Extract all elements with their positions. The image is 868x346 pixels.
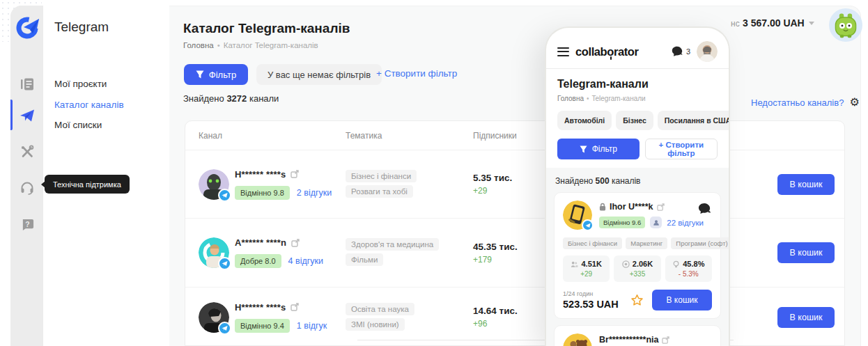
filter-button[interactable]: Фільтр xyxy=(184,64,248,85)
icon-rail: ? xyxy=(10,6,43,346)
add-to-cart-button[interactable]: В кошик xyxy=(652,290,712,310)
chat-icon xyxy=(671,45,683,58)
chat-icon[interactable] xyxy=(697,202,712,219)
divider xyxy=(546,68,729,69)
user-avatar[interactable] xyxy=(697,41,718,62)
subscribers-stat: 4.51K +29 xyxy=(563,255,610,282)
breadcrumb-home[interactable]: Головна xyxy=(557,95,584,102)
theme-tag: Маркетинг xyxy=(626,237,667,249)
breadcrumb-current: Каталог Telegram-каналів xyxy=(224,41,318,49)
external-link-icon[interactable] xyxy=(662,336,669,344)
reviews-link[interactable]: 22 відгуки xyxy=(667,219,704,227)
reviews-link[interactable]: 1 відгук xyxy=(297,321,327,331)
breadcrumb-home[interactable]: Головна xyxy=(183,41,214,49)
active-nav-indicator xyxy=(10,100,13,130)
reviews-link[interactable]: 2 відгуки xyxy=(297,188,332,198)
external-link-icon[interactable] xyxy=(290,303,299,311)
sidebar-item-channel-catalog[interactable]: Каталог каналів xyxy=(54,100,124,110)
table-header: Канал Тематика Підписники xyxy=(185,121,844,150)
found-count: Знайдено 3272 канали xyxy=(183,93,279,104)
er-stat: 45.8% - 5.3% xyxy=(665,255,712,282)
external-link-icon[interactable] xyxy=(291,239,300,247)
svg-text:?: ? xyxy=(25,220,29,228)
phone-filter-button[interactable]: Фільтр xyxy=(557,139,640,159)
col-theme: Тематика xyxy=(346,131,473,141)
channel-name[interactable]: H****** ****s xyxy=(235,302,286,313)
sidebar-item-my-projects[interactable]: Мої проєкти xyxy=(54,79,107,89)
favorite-star-icon[interactable] xyxy=(630,294,644,307)
views-icon xyxy=(622,260,630,268)
breadcrumb-current: Telegram-канали xyxy=(592,95,646,102)
rating-badge: Відмінно 9.4 xyxy=(235,319,290,333)
phone-create-filter-button[interactable]: + Створити фільтр xyxy=(645,139,718,159)
phone-header: collaborator 3 xyxy=(557,28,718,63)
verified-person-icon xyxy=(650,217,662,228)
rating-badge: Відмінно 9.6 xyxy=(599,217,645,228)
theme-tags: Бізнес і фінанси Маркетинг Програми (соф… xyxy=(563,237,712,249)
no-filters-label: У вас ще немає фільтрів xyxy=(256,64,382,85)
tools-icon[interactable] xyxy=(20,144,35,159)
channel-name[interactable]: Br***********nia xyxy=(599,335,658,345)
create-filter-button[interactable]: + Створити фільтр xyxy=(376,68,457,79)
breadcrumb: Головна•Каталог Telegram-каналів xyxy=(183,41,318,49)
help-icon[interactable]: ? xyxy=(20,217,35,232)
channel-name[interactable]: H****** ****s xyxy=(235,169,286,180)
chat-count: 3 xyxy=(686,47,690,56)
chat-button[interactable]: 3 xyxy=(671,45,690,58)
add-to-cart-button[interactable]: В кошик xyxy=(777,242,835,263)
channels-table: Канал Тематика Підписники H****** ****s … xyxy=(185,120,845,346)
theme-tag: Бізнес і фінанси xyxy=(563,237,622,249)
chip-cars[interactable]: Автомобілі xyxy=(557,111,612,130)
channel-name[interactable]: A****** ****n xyxy=(235,237,286,248)
menu-icon[interactable] xyxy=(557,47,569,56)
chip-usa-links[interactable]: Посилання в США xyxy=(658,111,730,130)
channel-avatar[interactable] xyxy=(199,169,229,200)
collaborator-logo-icon[interactable] xyxy=(15,15,40,40)
phone-mockup: collaborator 3 Telegram-канали Головна•T… xyxy=(545,26,730,346)
not-enough-channels: Недостатньо каналів? ⚙ xyxy=(751,97,860,108)
telegram-badge-icon xyxy=(218,322,231,335)
col-channel: Канал xyxy=(199,131,346,141)
telegram-badge-icon xyxy=(582,219,594,231)
phone-page-title: Telegram-канали xyxy=(557,78,718,91)
support-headset-icon[interactable] xyxy=(20,180,35,195)
table-row: H****** ****s Відмінно 9.8 2 відгуки Біз… xyxy=(185,150,844,219)
channel-avatar[interactable] xyxy=(563,333,592,346)
balance-label-fragment: нс xyxy=(731,19,740,29)
projects-icon[interactable] xyxy=(20,77,35,92)
mascot-avatar[interactable] xyxy=(829,8,862,42)
engagement-icon xyxy=(672,260,680,268)
channel-avatar[interactable] xyxy=(199,302,229,333)
external-link-icon[interactable] xyxy=(657,203,665,211)
telegram-catalog-icon[interactable] xyxy=(20,108,35,123)
theme-tag: ЗМІ (новини) xyxy=(346,318,405,331)
theme-tag: Бізнес і фінанси xyxy=(346,170,417,182)
channel-card: Br***********nia Відмінно 9.8 18 відгукі… xyxy=(554,325,721,346)
theme-tag: Здоров'я та медицина xyxy=(346,238,439,251)
phone-breadcrumb: Головна•Telegram-канали xyxy=(557,95,718,102)
channel-stats: 4.51K +29 2.06K +335 45.8% - xyxy=(563,255,712,282)
price-block: 1/24 годин 523.53 UAH xyxy=(563,290,619,310)
channel-card: Ihor U****k Відмінно 9.6 22 відгуки xyxy=(554,192,721,319)
chip-business[interactable]: Бізнес xyxy=(616,111,653,130)
telegram-badge-icon xyxy=(218,257,231,270)
price-period: 1/24 годин xyxy=(563,290,619,297)
external-link-icon[interactable] xyxy=(290,170,299,178)
channel-avatar[interactable] xyxy=(563,200,592,230)
phone-results-area: Знайдено 500 каналів Ihor U****k Відмінн… xyxy=(546,168,729,346)
reviews-link[interactable]: 4 відгуки xyxy=(288,256,323,266)
gear-icon[interactable]: ⚙ xyxy=(849,97,859,108)
channel-name[interactable]: Ihor U****k xyxy=(610,202,653,212)
sidebar-item-my-lists[interactable]: Мої списки xyxy=(54,120,102,130)
telegram-badge-icon xyxy=(218,189,231,202)
add-to-cart-button[interactable]: В кошик xyxy=(777,307,835,328)
balance-dropdown[interactable]: 3 567.00 UAH xyxy=(743,17,814,29)
rating-badge: Добре 8.0 xyxy=(235,254,281,268)
price-value: 523.53 UAH xyxy=(563,299,619,310)
subscribers-icon xyxy=(571,260,578,268)
phone-found-count: Знайдено 500 каналів xyxy=(554,176,721,186)
not-enough-channels-link[interactable]: Недостатньо каналів? xyxy=(751,97,844,108)
add-to-cart-button[interactable]: В кошик xyxy=(777,174,835,195)
channel-avatar[interactable] xyxy=(199,237,229,268)
table-row: H****** ****s Відмінно 9.4 1 відгук Осві… xyxy=(185,288,844,346)
